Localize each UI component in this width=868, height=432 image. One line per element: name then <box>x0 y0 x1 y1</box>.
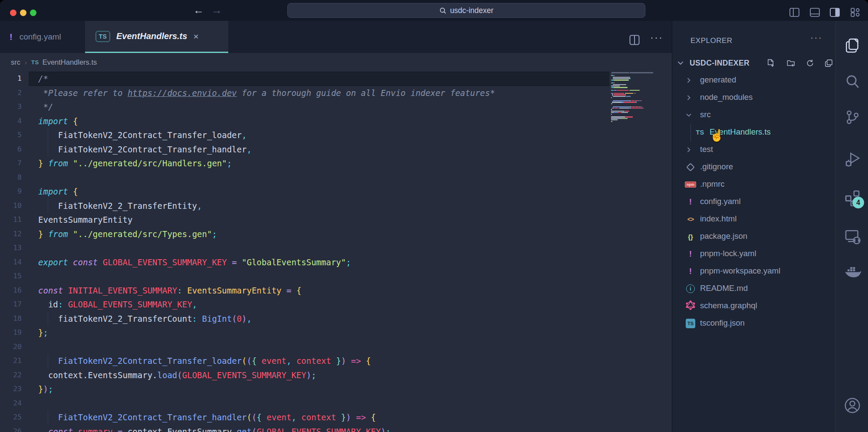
code-line-12[interactable]: 12} from "../generated/src/Types.gen"; <box>0 227 609 241</box>
code-token <box>38 412 58 422</box>
code-line-19[interactable]: 19}; <box>0 326 609 340</box>
code-line-7[interactable]: 7} from "../generated/src/Handlers.gen"; <box>0 156 609 171</box>
line-number: 25 <box>0 410 22 425</box>
explorer-more-actions-icon[interactable]: ··· <box>810 32 822 43</box>
tab-label: EventHandlers.ts <box>116 31 187 41</box>
breadcrumb-file[interactable]: EventHandlers.ts <box>43 58 97 66</box>
tree-item-schema-graphql[interactable]: schema.graphql <box>672 297 835 315</box>
tree-item-test[interactable]: test <box>672 141 835 158</box>
forward-arrow-icon[interactable]: → <box>211 4 222 16</box>
code-line-26[interactable]: 26 const summary = context.EventsSummary… <box>0 425 609 432</box>
tree-item-package-json[interactable]: {}package.json <box>672 228 835 245</box>
minimap[interactable] <box>611 72 661 210</box>
line-number: 8 <box>0 171 22 185</box>
code-line-17[interactable]: 17 id: GLOBAL_EVENTS_SUMMARY_KEY, <box>0 297 609 312</box>
new-folder-icon[interactable] <box>786 59 796 68</box>
search-icon[interactable] <box>844 73 861 90</box>
toggle-secondary-sidebar-icon[interactable] <box>829 7 840 18</box>
code-line-24[interactable]: 24 <box>0 396 609 411</box>
extensions-icon[interactable]: 4 <box>844 189 861 206</box>
split-editor-icon[interactable] <box>628 34 641 46</box>
code-line-2[interactable]: 2 *Please refer to https://docs.envio.de… <box>0 86 609 100</box>
tree-item--gitignore[interactable]: .gitignore <box>672 158 835 176</box>
more-actions-icon[interactable]: ··· <box>650 31 662 43</box>
code-token: { <box>73 116 78 126</box>
customize-layout-icon[interactable] <box>850 7 861 18</box>
close-window-button[interactable] <box>10 10 16 16</box>
line-number: 23 <box>0 382 22 396</box>
breadcrumb-folder[interactable]: src <box>11 58 20 66</box>
code-token: , <box>247 314 252 323</box>
line-number: 2 <box>0 86 22 100</box>
refresh-icon[interactable] <box>806 59 815 68</box>
new-file-icon[interactable] <box>766 59 776 68</box>
line-number: 22 <box>0 368 22 383</box>
code-line-14[interactable]: 14export const GLOBAL_EVENTS_SUMMARY_KEY… <box>0 255 609 270</box>
tab-config-yaml[interactable]: ! config.yaml <box>0 21 78 53</box>
remote-explorer-icon[interactable] <box>844 228 861 245</box>
code-line-8[interactable]: 8 <box>0 171 609 185</box>
code-line-23[interactable]: 23}); <box>0 382 609 396</box>
source-control-icon[interactable] <box>844 109 861 126</box>
code-token: import <box>38 116 68 126</box>
back-arrow-icon[interactable]: ← <box>193 4 204 16</box>
toggle-panel-icon[interactable] <box>809 7 820 18</box>
tree-item-eventhandlers-ts[interactable]: TSEventHandlers.ts <box>672 124 835 141</box>
code-line-5[interactable]: 5 FiatTokenV2_2Contract_Transfer_loader, <box>0 128 609 142</box>
explorer-icon[interactable] <box>844 37 861 54</box>
code-token: FiatTokenV2_2_TransferEntity <box>38 201 197 211</box>
code-line-6[interactable]: 6 FiatTokenV2_2Contract_Transfer_handler… <box>0 142 609 157</box>
tree-item-label: src <box>700 110 711 119</box>
tree-item-config-yaml[interactable]: !config.yaml <box>672 193 835 211</box>
project-root-row[interactable]: USDC-INDEXER <box>672 56 835 71</box>
code-line-16[interactable]: 16const INITIAL_EVENTS_SUMMARY: EventsSu… <box>0 284 609 298</box>
close-tab-icon[interactable]: × <box>193 31 198 42</box>
tree-item-src[interactable]: src <box>672 106 835 124</box>
code-line-10[interactable]: 10 FiatTokenV2_2_TransferEntity, <box>0 199 609 213</box>
code-token: const <box>38 427 73 432</box>
code-token: { <box>361 356 371 366</box>
code-line-4[interactable]: 4import { <box>0 114 609 129</box>
tree-item-generated[interactable]: generated <box>672 72 835 89</box>
collapse-folders-icon[interactable] <box>824 59 833 68</box>
code-line-18[interactable]: 18 fiatTokenV2_2_TransferCount: BigInt(0… <box>0 312 609 326</box>
code-line-15[interactable]: 15 <box>0 269 609 284</box>
toggle-primary-sidebar-icon[interactable] <box>789 7 800 18</box>
code-line-22[interactable]: 22 context.EventsSummary.load(GLOBAL_EVE… <box>0 368 609 383</box>
line-number: 5 <box>0 128 22 142</box>
yaml-file-icon: ! <box>684 265 697 277</box>
code-token: ) <box>242 314 247 323</box>
code-line-1[interactable]: 1/* <box>0 72 609 86</box>
tree-item-pnpm-workspace-yaml[interactable]: !pnpm-workspace.yaml <box>672 263 835 280</box>
code-line-3[interactable]: 3 */ <box>0 100 609 114</box>
chevron-right-icon <box>685 146 692 153</box>
tree-item-readme-md[interactable]: iREADME.md <box>672 280 835 297</box>
explorer-title: EXPLORER <box>690 36 733 45</box>
command-center-search[interactable]: usdc-indexer <box>287 3 645 18</box>
yaml-file-icon: ! <box>10 32 13 42</box>
run-debug-icon[interactable] <box>844 151 861 168</box>
code-token: ; <box>43 328 48 337</box>
tree-item-pnpm-lock-yaml[interactable]: !pnpm-lock.yaml <box>672 245 835 263</box>
minimize-window-button[interactable] <box>20 10 26 16</box>
account-icon[interactable] <box>844 397 861 414</box>
typescript-file-icon: TS <box>694 126 706 139</box>
code-editor[interactable]: 1/*2 *Please refer to https://docs.envio… <box>0 72 672 432</box>
code-line-13[interactable]: 13 <box>0 241 609 255</box>
code-line-25[interactable]: 25 FiatTokenV2_2Contract_Transfer_handle… <box>0 410 609 425</box>
tree-item-node-modules[interactable]: node_modules <box>672 89 835 106</box>
tree-item-tsconfig-json[interactable]: TStsconfig.json <box>672 315 835 332</box>
code-line-20[interactable]: 20 <box>0 340 609 354</box>
code-line-21[interactable]: 21 FiatTokenV2_2Contract_Transfer_loader… <box>0 354 609 368</box>
tree-item-index-html[interactable]: <>index.html <box>672 211 835 228</box>
docker-icon[interactable] <box>844 264 861 281</box>
code-line-9[interactable]: 9import { <box>0 185 609 199</box>
tab-eventhandlers-ts[interactable]: TS EventHandlers.ts × <box>85 21 228 53</box>
code-line-11[interactable]: 11EventsSummaryEntity <box>0 213 609 227</box>
tree-item--npmrc[interactable]: npm.npmrc <box>672 176 835 193</box>
zoom-window-button[interactable] <box>30 10 36 16</box>
editor-pane: ! config.yaml TS EventHandlers.ts × ··· … <box>0 21 672 432</box>
code-token: context <box>296 412 336 422</box>
graphql-file-icon <box>684 300 697 312</box>
code-token: { <box>252 356 256 366</box>
